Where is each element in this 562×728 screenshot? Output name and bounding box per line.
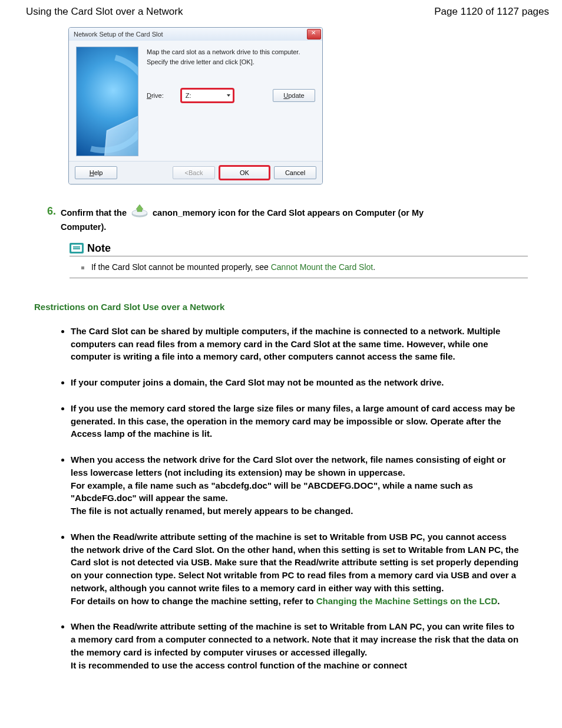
restrictions-heading: Restrictions on Card Slot Use over a Net… [34,302,527,312]
restriction-item: The Card Slot can be shared by multiple … [71,325,527,363]
note-heading: Note [87,242,111,255]
page-indicator: Page 1120 of 1127 pages [434,6,549,18]
drive-label: Drive: [147,92,164,99]
note-text: If the Card Slot cannot be mounted prope… [91,262,271,272]
note-link-cannot-mount[interactable]: Cannot Mount the Card Slot [271,262,373,272]
page-title: Using the Card Slot over a Network [26,6,183,18]
dialog-instruction-1: Map the card slot as a network drive to … [147,48,315,57]
restriction-item: If your computer joins a domain, the Car… [71,376,527,389]
update-button[interactable]: Update [273,89,315,102]
restriction-item: When the Read/write attribute setting of… [71,531,527,608]
link-changing-settings[interactable]: Changing the Machine Settings on the LCD [316,596,498,606]
drive-select[interactable]: Z: [180,88,234,103]
dialog-instruction-2: Specify the drive letter and click [OK]. [147,58,315,67]
step6-text-pre: Confirm that the [61,208,127,218]
ok-button[interactable]: OK [219,165,270,180]
restriction-item: If you use the memory card stored the la… [71,402,527,440]
drive-select-value: Z: [186,92,191,99]
drive-icon [130,206,149,219]
bullet-icon [81,266,84,269]
note-icon [70,243,84,253]
cancel-button[interactable]: Cancel [274,166,316,179]
close-icon[interactable] [307,29,321,39]
restriction-item: When the Read/write attribute setting of… [71,620,527,671]
dialog-title: Network Setup of the Card Slot [74,31,163,38]
chevron-down-icon [227,94,230,97]
step-number: 6. [47,206,56,216]
back-button: <Back [173,166,215,179]
note-dot: . [373,262,375,272]
help-button[interactable]: Help [75,166,117,179]
dialog-artwork [76,47,138,156]
network-setup-dialog: Network Setup of the Card Slot Map the c… [68,27,323,185]
restriction-item: When you access the network drive for th… [71,453,527,518]
